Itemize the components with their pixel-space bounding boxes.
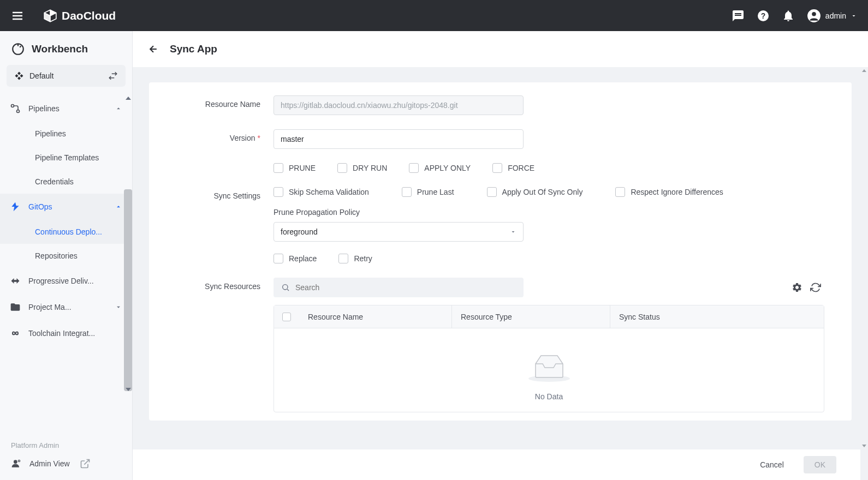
sidebar: Workbench Default Pipelines Pipelines Pi… [0,31,133,480]
table-select-all[interactable] [274,313,299,321]
cancel-button[interactable]: Cancel [753,456,790,473]
svg-point-14 [283,285,288,290]
progressive-icon [10,275,21,286]
folder-icon [10,302,21,313]
empty-text: No Data [274,392,824,401]
svg-text:?: ? [761,11,766,20]
column-resource-name: Resource Name [299,305,452,328]
checkbox-prune-last[interactable]: Prune Last [402,187,454,197]
sidebar-item-toolchain[interactable]: Toolchain Integrat... [0,320,132,346]
svg-line-15 [287,289,289,291]
external-link-icon [80,458,91,469]
checkbox-replace[interactable]: Replace [274,254,317,263]
footer-bar: Cancel OK [133,449,860,480]
sidebar-title: Workbench [0,31,132,65]
sidebar-sub-continuous-deploy[interactable]: Continuous Deplo... [0,220,132,244]
svg-point-10 [14,460,17,464]
refresh-icon[interactable] [810,282,821,293]
empty-state: No Data [274,328,824,412]
prune-policy-select[interactable]: foreground [274,222,524,242]
admin-view-link[interactable]: Admin View [11,458,121,469]
sidebar-item-pipelines[interactable]: Pipelines [0,95,132,122]
checkbox-retry[interactable]: Retry [338,254,372,263]
column-resource-type: Resource Type [452,305,610,328]
swap-icon [108,71,118,81]
sidebar-item-project-management[interactable]: Project Ma... [0,294,132,320]
help-icon[interactable]: ? [757,9,770,22]
brand-name: DaoCloud [62,9,116,22]
svg-point-11 [18,460,20,461]
page-title: Sync App [170,43,217,55]
workbench-icon [11,42,25,56]
gear-icon[interactable] [792,282,802,293]
empty-icon [527,350,571,383]
svg-point-9 [17,110,20,113]
back-arrow-icon[interactable] [148,44,159,55]
resource-table: Resource Name Resource Type Sync Status [274,305,824,412]
logo-icon [43,9,57,23]
hamburger-menu-icon[interactable] [11,9,24,22]
chevron-up-icon [115,203,122,211]
notifications-icon[interactable] [782,9,795,22]
gitops-icon [10,201,21,212]
checkbox-dry-run[interactable]: DRY RUN [337,163,387,173]
version-input[interactable] [274,129,524,149]
sidebar-item-gitops[interactable]: GitOps [0,194,132,220]
user-menu[interactable]: admin [807,9,857,23]
chevron-down-icon [851,13,857,19]
chevron-down-icon [115,303,122,311]
checkbox-respect-ignore[interactable]: Respect Ignore Differences [615,187,723,197]
chevron-down-icon [510,229,516,235]
page-header: Sync App [133,31,868,67]
prune-policy-label: Prune Propagation Policy [274,208,824,217]
svg-line-12 [84,460,89,465]
resource-name-input [274,95,524,115]
checkbox-apply-only[interactable]: APPLY ONLY [409,163,471,173]
search-icon [281,283,290,292]
sidebar-sub-credentials[interactable]: Credentials [0,170,132,194]
search-input[interactable] [295,283,516,292]
checkbox-force[interactable]: FORCE [492,163,534,173]
resource-name-label: Resource Name [176,95,274,109]
platform-admin-label: Platform Admin [11,441,121,449]
content-area: Sync App Resource Name Version* [133,31,868,480]
checkbox-prune[interactable]: PRUNE [274,163,316,173]
sidebar-sub-repositories[interactable]: Repositories [0,244,132,268]
pipelines-icon [10,103,21,114]
svg-point-6 [812,11,816,16]
admin-icon [11,458,22,469]
user-name: admin [825,11,846,20]
sync-form: Resource Name Version* [149,82,852,421]
sidebar-item-progressive[interactable]: Progressive Deliv... [0,268,132,294]
infinity-icon [10,328,21,339]
sidebar-sub-pipeline-templates[interactable]: Pipeline Templates [0,146,132,170]
sync-resources-label: Sync Resources [176,278,274,291]
svg-point-8 [11,105,14,107]
sidebar-sub-pipelines[interactable]: Pipelines [0,122,132,146]
workspace-selector[interactable]: Default [7,65,126,87]
column-sync-status: Sync Status [610,313,824,321]
checkbox-skip-schema[interactable]: Skip Schema Validation [274,187,369,197]
user-avatar-icon [807,9,821,23]
sync-settings-label: Sync Settings [176,187,274,200]
ok-button[interactable]: OK [804,456,836,473]
search-box[interactable] [274,278,524,297]
content-scrollbar[interactable] [860,67,868,480]
workspace-icon [14,71,24,81]
checkbox-apply-out-of-sync[interactable]: Apply Out Of Sync Only [487,187,583,197]
brand-logo[interactable]: DaoCloud [43,9,116,23]
sidebar-scrollbar[interactable] [124,97,132,391]
top-header: DaoCloud ? admin [0,0,868,31]
chevron-up-icon [115,105,122,112]
messages-icon[interactable] [732,9,745,22]
version-label: Version* [176,129,274,142]
